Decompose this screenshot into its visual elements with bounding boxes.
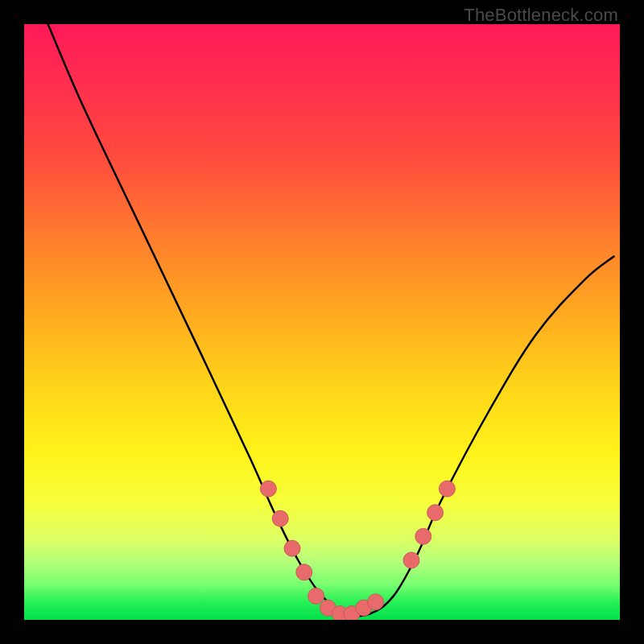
- data-point-marker: [260, 481, 276, 497]
- data-point-marker: [308, 588, 324, 604]
- data-point-marker: [415, 528, 431, 544]
- data-point-marker: [403, 552, 419, 568]
- data-point-marker: [439, 481, 455, 497]
- watermark-text: TheBottleneck.com: [464, 5, 618, 26]
- marker-layer: [260, 481, 455, 620]
- chart-svg: [24, 24, 620, 620]
- data-point-marker: [427, 505, 444, 521]
- data-point-marker: [284, 540, 300, 556]
- bottleneck-curve: [48, 24, 614, 617]
- plot-area: [24, 24, 620, 620]
- data-point-marker: [296, 564, 312, 580]
- chart-frame: TheBottleneck.com: [0, 0, 644, 644]
- data-point-marker: [272, 510, 288, 526]
- data-point-marker: [368, 594, 384, 610]
- curve-layer: [48, 24, 614, 617]
